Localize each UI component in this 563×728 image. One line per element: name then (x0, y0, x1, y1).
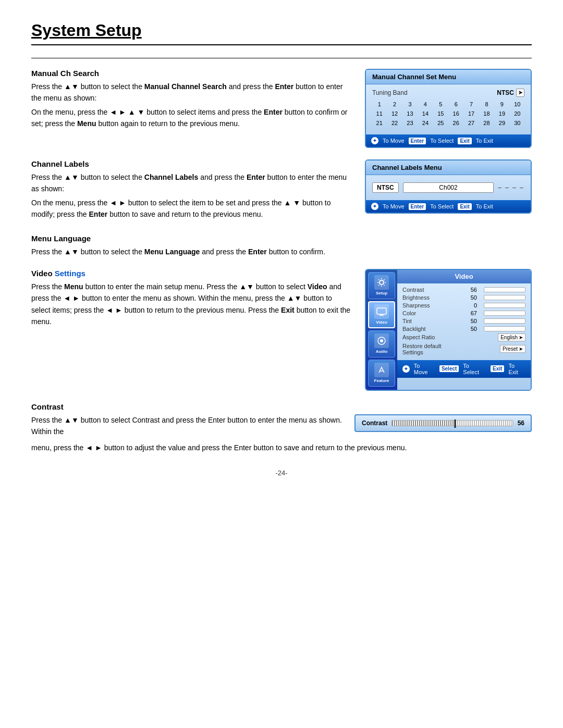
footer-select-label-3: To Select (463, 363, 486, 375)
svg-point-0 (380, 280, 384, 285)
manual-channel-set-menu-box: Manual Channel Set Menu Tuning Band NTSC… (365, 69, 532, 148)
select-key-3: Select (439, 365, 459, 372)
contrast-two-col: Press the ▲▼ button to select Contrast a… (31, 414, 532, 440)
tint-label: Tint (402, 318, 460, 324)
ch-dashes: – – – – (498, 184, 524, 191)
footer-exit-label-3: To Exit (508, 363, 525, 375)
channel-labels-menu-box: Channel Labels Menu NTSC Ch002 – – – – ✦… (365, 159, 532, 214)
contrast-thumb (454, 419, 456, 428)
backlight-label: Backlight (402, 326, 460, 332)
channel-labels-menu-title: Channel Labels Menu (366, 161, 531, 175)
sharpness-bar (484, 303, 525, 308)
brightness-bar (484, 295, 525, 300)
exit-key-3: Exit (491, 365, 504, 372)
tuning-band-value: NTSC ➤ (497, 89, 524, 97)
enter-key: Enter (409, 138, 426, 144)
enter-key-2: Enter (409, 203, 426, 210)
sharpness-val: 0 (464, 302, 477, 309)
color-bar (484, 311, 525, 316)
page-title: System Setup (31, 21, 532, 45)
exit-key-2: Exit (458, 203, 471, 210)
audio-label: Audio (376, 349, 388, 354)
video-tint-row: Tint 50 (402, 318, 525, 324)
video-backlight-row: Backlight 50 (402, 326, 525, 332)
manual-channel-menu-title: Manual Channel Set Menu (366, 70, 531, 84)
video-sidebar: Setup Video Audio (366, 270, 397, 390)
aspect-label: Aspect Ratio (402, 334, 460, 340)
feature-icon (374, 363, 389, 377)
ch-value: Ch002 (403, 182, 494, 193)
restore-dropdown[interactable]: Preset ➤ (500, 345, 525, 353)
backlight-bar (484, 326, 525, 331)
video-restore-row: Restore default Settings Preset ➤ (402, 343, 525, 355)
setup-label: Setup (376, 291, 387, 295)
exit-key: Exit (458, 138, 471, 144)
footer-select-label: To Select (430, 138, 454, 144)
contrast-fill-right (455, 421, 513, 426)
channel-labels-menu: Channel Labels Menu NTSC Ch002 – – – – ✦… (365, 159, 532, 214)
contrast-text: Press the ▲▼ button to select Contrast a… (31, 414, 344, 440)
manual-ch-search-title: Manual Ch Search (31, 69, 352, 78)
move-icon-3: ✦ (402, 365, 410, 373)
manual-ch-search-text: Manual Ch Search Press the ▲▼ button to … (31, 69, 352, 132)
aspect-dropdown[interactable]: English ➤ (498, 334, 525, 341)
video-settings-para: Press the Menu button to enter the main … (31, 281, 352, 328)
manual-ch-search-para1: Press the ▲▼ button to select the Manual… (31, 81, 352, 104)
tuning-band-row: Tuning Band NTSC ➤ (372, 89, 524, 97)
contrast-bar-label: Contrast (362, 419, 387, 427)
video-main-body: Contrast 56 Brightness 50 Sharpness 0 (397, 283, 531, 360)
contrast-bar-widget: Contrast 56 (354, 414, 532, 432)
svg-rect-1 (377, 308, 386, 314)
video-label: Video (376, 320, 387, 325)
ntsc-badge: NTSC (372, 182, 399, 193)
setup-icon (374, 275, 389, 290)
contrast-para: Press the ▲▼ button to select Contrast a… (31, 414, 344, 438)
tuning-band-arrow[interactable]: ➤ (516, 89, 524, 97)
aspect-arrow: ➤ (519, 335, 523, 340)
move-icon-2: ✦ (371, 203, 378, 210)
tint-bar (484, 318, 525, 324)
svg-point-5 (380, 339, 383, 342)
video-menu-footer: ✦ To Move Select To Select Exit To Exit (397, 360, 531, 378)
color-val: 67 (464, 310, 477, 316)
sidebar-setup[interactable]: Setup (368, 272, 395, 299)
menu-language-title: Menu Language (31, 234, 532, 243)
video-settings-section: Video Settings Press the Menu button to … (31, 269, 532, 391)
footer-exit-label: To Exit (476, 138, 493, 144)
sidebar-feature[interactable]: Feature (368, 360, 395, 387)
footer-select-label-2: To Select (430, 203, 454, 209)
channel-labels-section: Channel Labels Press the ▲▼ button to se… (31, 159, 532, 223)
video-main-title: Video (397, 270, 531, 283)
video-icon (374, 304, 389, 319)
channel-grid: 1 2 3 4 5 6 7 8 9 10 11 12 13 14 15 16 1 (372, 100, 524, 127)
channel-labels-para1: Press the ▲▼ button to select the Channe… (31, 171, 352, 195)
tint-val: 50 (464, 318, 477, 324)
contrast-track (391, 420, 513, 426)
move-icon: ✦ (371, 137, 378, 144)
sidebar-audio[interactable]: Audio (368, 330, 395, 357)
color-label: Color (402, 310, 460, 316)
contrast-section: Contrast Press the ▲▼ button to select C… (31, 402, 532, 453)
sharpness-label: Sharpness (402, 302, 460, 309)
contrast-section-title: Contrast (31, 402, 532, 411)
footer-move-label-2: To Move (383, 203, 405, 209)
video-color-row: Color 67 (402, 310, 525, 316)
manual-channel-menu-body: Tuning Band NTSC ➤ 1 2 3 4 5 6 7 8 9 (366, 84, 531, 134)
contrast-val: 56 (464, 287, 477, 293)
channel-labels-para2: On the menu, press the ◄ ► button to sel… (31, 197, 352, 220)
page-number: -24- (31, 469, 532, 477)
contrast-label: Contrast (402, 287, 460, 293)
channel-labels-menu-footer: ✦ To Move Enter To Select Exit To Exit (366, 200, 531, 213)
manual-ch-search-para2: On the menu, press the ◄ ► ▲ ▼ button to… (31, 106, 352, 130)
footer-move-label: To Move (383, 138, 405, 144)
brightness-val: 50 (464, 294, 477, 301)
contrast-para2: menu, press the ◄ ► button to adjust the… (31, 442, 532, 453)
video-menu: Setup Video Audio (365, 269, 532, 391)
menu-language-para: Press the ▲▼ button to select the Menu L… (31, 246, 532, 257)
tuning-band-label: Tuning Band (372, 89, 408, 96)
channel-labels-text: Channel Labels Press the ▲▼ button to se… (31, 159, 352, 223)
restore-label: Restore default Settings (402, 343, 460, 355)
sidebar-video[interactable]: Video (368, 301, 395, 328)
audio-icon (374, 334, 389, 348)
channel-labels-menu-body: NTSC Ch002 – – – – (366, 175, 531, 200)
